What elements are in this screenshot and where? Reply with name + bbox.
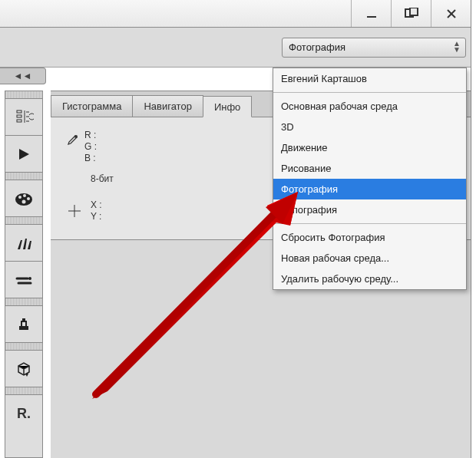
close-button[interactable] [431, 0, 471, 27]
workspace-dropdown-label: Фотография [289, 41, 345, 53]
workspace-menu: Евгений Карташов Основная рабочая среда … [273, 68, 467, 290]
tool-grip-4[interactable] [5, 298, 42, 306]
svg-text:▾: ▾ [25, 371, 28, 378]
rgb-readout: R : G : B : [84, 130, 97, 164]
workspace-menu-item-reset[interactable]: Сбросить Фотография [273, 227, 466, 248]
collapse-icon: ◄◄ [14, 71, 32, 81]
menu-label: Основная рабочая среда [281, 100, 398, 112]
svg-point-11 [23, 194, 26, 197]
channel-r: R : [84, 130, 97, 141]
svg-rect-2 [410, 8, 418, 15]
tool-brushes-icon[interactable] [5, 225, 42, 262]
tool-grip-5[interactable] [5, 343, 42, 351]
maximize-button[interactable] [391, 0, 431, 27]
tab-navigator[interactable]: Навигатор [132, 95, 203, 117]
tool-grip-6[interactable] [5, 387, 42, 395]
dropdown-arrows-icon: ▲▼ [453, 41, 461, 53]
tool-grip[interactable] [5, 91, 42, 99]
panel-collapse-handle[interactable]: ◄◄ [0, 68, 46, 84]
svg-point-9 [15, 193, 32, 206]
crosshair-icon [64, 204, 84, 218]
menu-separator [273, 223, 466, 224]
svg-rect-7 [17, 120, 21, 122]
tool-brush-presets-icon[interactable] [5, 262, 42, 298]
workspace-menu-item-essentials[interactable]: Основная рабочая среда [273, 96, 466, 117]
workspace-menu-item-delete[interactable]: Удалить рабочую среду... [273, 269, 466, 289]
options-bar: Фотография ▲▼ [0, 28, 471, 68]
workspace-menu-item-user[interactable]: Евгений Карташов [273, 68, 466, 89]
svg-point-14 [28, 277, 31, 280]
tab-info-label: Инфо [214, 101, 240, 113]
menu-label: Типография [281, 204, 337, 216]
svg-point-10 [18, 196, 21, 199]
svg-rect-16 [22, 318, 25, 321]
menu-label: Евгений Карташов [281, 73, 367, 84]
channel-b: B : [84, 153, 97, 164]
svg-rect-0 [367, 16, 376, 18]
svg-rect-6 [17, 115, 21, 117]
channel-g: G : [84, 141, 97, 153]
tab-histogram[interactable]: Гистограмма [51, 95, 133, 117]
tool-clone-source-icon[interactable] [5, 306, 42, 343]
svg-point-12 [27, 197, 30, 200]
workspace-menu-item-new[interactable]: Новая рабочая среда... [273, 248, 466, 269]
xy-readout: X : Y : [91, 199, 102, 222]
workspace-menu-item-photography[interactable]: Фотография [273, 179, 466, 199]
tool-swatches-icon[interactable] [5, 180, 42, 217]
workspace-dropdown[interactable]: Фотография ▲▼ [282, 38, 466, 58]
svg-point-13 [22, 199, 26, 203]
minimize-button[interactable] [351, 0, 391, 27]
tool-grip-3[interactable] [5, 217, 42, 225]
menu-label: 3D [281, 121, 294, 133]
eyedropper-icon [64, 130, 78, 164]
svg-rect-5 [17, 110, 21, 113]
menu-separator [273, 92, 466, 93]
tool-play-icon[interactable] [5, 136, 42, 173]
window-controls-bar [0, 0, 471, 28]
tab-navigator-label: Навигатор [144, 100, 191, 112]
menu-label: Движение [281, 142, 328, 153]
tool-rotate-icon[interactable]: R. [5, 395, 42, 432]
menu-label: Новая рабочая среда... [281, 252, 389, 264]
tools-panel: ▾ R. [5, 91, 43, 458]
tab-histogram-label: Гистограмма [62, 100, 121, 112]
workspace-menu-item-painting[interactable]: Рисование [273, 158, 466, 179]
menu-label: Сбросить Фотография [281, 232, 385, 243]
tool-history-icon[interactable] [5, 99, 42, 136]
app-window: Фотография ▲▼ ◄◄ ▾ [0, 0, 471, 458]
coord-y: Y : [91, 211, 102, 222]
svg-point-18 [74, 135, 78, 138]
menu-label: Удалить рабочую среду... [281, 273, 398, 285]
tool-3d-icon[interactable]: ▾ [5, 351, 42, 387]
tab-info[interactable]: Инфо [203, 96, 252, 117]
tool-rotate-label: R. [17, 406, 31, 422]
coord-x: X : [91, 199, 102, 211]
workspace-menu-item-motion[interactable]: Движение [273, 137, 466, 158]
tool-grip-2[interactable] [5, 173, 42, 180]
workspace-menu-item-3d[interactable]: 3D [273, 117, 466, 137]
menu-label: Рисование [281, 163, 331, 174]
svg-marker-8 [19, 149, 29, 160]
svg-rect-15 [19, 326, 28, 330]
menu-label: Фотография [281, 183, 338, 195]
workspace-menu-item-typography[interactable]: Типография [273, 199, 466, 220]
